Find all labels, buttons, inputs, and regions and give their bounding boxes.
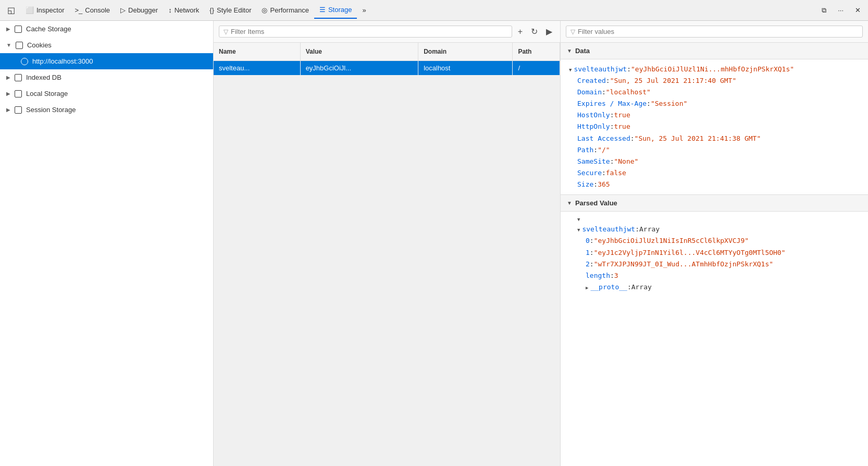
cell-name: svelteau... (214, 60, 300, 75)
field-samesite: SameSite : "None" (577, 156, 860, 167)
network-label: Network (175, 6, 200, 14)
play-button[interactable]: ▶ (543, 25, 555, 38)
play-icon: ▶ (546, 27, 552, 36)
storage-box-icon (15, 26, 22, 33)
cell-value: eyJhbGciOiJl... (300, 60, 418, 75)
globe-icon (21, 58, 28, 65)
chevron-right-icon: ▶ (6, 75, 10, 80)
console-button[interactable]: >_ Console (69, 2, 115, 19)
col-header-value: Value (300, 43, 418, 60)
cookie-table-container: Name Value Domain Path svelteau... eyJhb… (214, 43, 560, 76)
overflow-button[interactable]: » (357, 2, 371, 19)
middle-panel: ▽ + ↻ ▶ Name Value Domain P (214, 21, 561, 466)
parsed-section-header[interactable]: ▼ Parsed Value (561, 195, 868, 212)
parsed-section: ▼ Parsed Value ▼ ▼ svelteauthjwt : Array (561, 194, 868, 297)
parsed-root-arrow: ▼ (569, 216, 860, 224)
sidebar-item-local-storage[interactable]: ▶ Local Storage (0, 85, 213, 102)
sidebar: ▶ Cache Storage ▼ Cookies http://localho… (0, 21, 214, 466)
cookie-key-label: svelteauthjwt (574, 64, 627, 75)
parsed-items: 0 : "eyJhbGciOiJlUzl1NiIsInR5cCl6lkpXVCJ… (569, 235, 860, 292)
field-last-accessed: Last Accessed : "Sun, 25 Jul 2021 21:41:… (577, 133, 860, 144)
filter-items-container: ▽ (219, 26, 512, 38)
cookie-value-label: "eyJhbGciOiJlUzl1Ni...mhHbfOzjnPSkrXQ1s" (631, 64, 794, 75)
field-secure: Secure : false (577, 167, 860, 179)
field-size: Size : 365 (577, 179, 860, 190)
close-icon: ✕ (855, 6, 861, 14)
cursor-tool-button[interactable]: ◱ (2, 2, 20, 19)
proto-type: Array (631, 281, 652, 293)
main-container: ▶ Cache Storage ▼ Cookies http://localho… (0, 21, 868, 466)
sidebar-item-cache-storage[interactable]: ▶ Cache Storage (0, 21, 213, 37)
chevron-right-icon: ▶ (6, 26, 10, 32)
parsed-item-1: 1 : "eyJ1c2Vyljp7InN1Yil6l...V4cCl6MTYyO… (586, 247, 860, 259)
middle-filter-bar: ▽ + ↻ ▶ (214, 21, 560, 43)
overflow-icon: » (362, 6, 366, 14)
cookie-table: Name Value Domain Path svelteau... eyJhb… (214, 43, 560, 76)
field-httponly: HttpOnly : true (577, 121, 860, 132)
parsed-tree: ▼ ▼ svelteauthjwt : Array 0 : "eyJhbGciO… (561, 212, 868, 297)
debugger-button[interactable]: ▷ Debugger (115, 2, 163, 19)
performance-icon: ◎ (262, 6, 267, 14)
parsed-section-label: Parsed Value (575, 199, 617, 207)
field-domain: Domain : "localhost" (577, 87, 860, 98)
toolbar: ◱ ⬜ Inspector >_ Console ▷ Debugger ↕ Ne… (0, 0, 868, 21)
indexed-db-icon (15, 74, 22, 81)
more-button[interactable]: ··· (833, 2, 849, 19)
add-cookie-button[interactable]: + (515, 26, 525, 38)
sidebar-item-indexed-db[interactable]: ▶ Indexed DB (0, 69, 213, 85)
sidebar-item-session-storage[interactable]: ▶ Session Storage (0, 102, 213, 118)
sidebar-item-label: Session Storage (26, 106, 76, 114)
parsed-proto[interactable]: ▶ __proto__ : Array (586, 281, 860, 293)
data-section-label: Data (575, 47, 590, 55)
sidebar-item-label: Indexed DB (26, 73, 61, 81)
cursor-icon: ◱ (7, 5, 15, 15)
inspector-button[interactable]: ⬜ Inspector (20, 2, 69, 19)
field-hostonly: HostOnly : true (577, 109, 860, 121)
parsed-key-row: ▼ svelteauthjwt : Array (569, 224, 860, 235)
parsed-type: Array (639, 224, 660, 235)
performance-button[interactable]: ◎ Performance (256, 2, 314, 19)
parsed-item-0: 0 : "eyJhbGciOiJlUzl1NiIsInR5cCl6lkpXVCJ… (586, 235, 860, 247)
style-editor-button[interactable]: {} Style Editor (204, 2, 256, 19)
field-created: Created : "Sun, 25 Jul 2021 21:17:40 GMT… (577, 75, 860, 87)
filter-values-container: ▽ (566, 26, 863, 38)
parsed-key: svelteauthjwt (582, 224, 635, 235)
debugger-icon: ▷ (120, 6, 126, 14)
data-fields: Created : "Sun, 25 Jul 2021 21:17:40 GMT… (569, 75, 860, 190)
network-button[interactable]: ↕ Network (163, 2, 204, 19)
sidebar-item-cookies[interactable]: ▼ Cookies (0, 37, 213, 53)
col-header-name: Name (214, 43, 300, 60)
storage-button[interactable]: ☰ Storage (314, 2, 357, 19)
filter-items-input[interactable] (231, 28, 507, 35)
more-icon: ··· (838, 6, 844, 14)
data-tree: ▼ svelteauthjwt : "eyJhbGciOiJlUzl1Ni...… (561, 59, 868, 194)
sidebar-item-label: Cookies (27, 41, 52, 49)
storage-label: Storage (328, 6, 352, 14)
sidebar-item-label: Local Storage (26, 90, 68, 97)
refresh-icon: ↻ (531, 27, 538, 36)
proto-key: __proto__ (590, 281, 627, 293)
col-header-path: Path (513, 43, 560, 60)
data-section-header[interactable]: ▼ Data (561, 43, 868, 59)
chevron-right-icon: ▶ (6, 91, 10, 96)
cell-path: / (513, 60, 560, 75)
filter-values-input[interactable] (578, 28, 858, 35)
field-expires: Expires / Max-Age : "Session" (577, 98, 860, 109)
local-storage-icon (15, 90, 22, 97)
sidebar-item-cookies-localhost[interactable]: http://localhost:3000 (0, 53, 213, 69)
console-label: Console (85, 6, 110, 14)
table-row[interactable]: svelteau... eyJhbGciOiJl... localhost / (214, 60, 560, 75)
refresh-button[interactable]: ↻ (528, 25, 540, 38)
network-icon: ↕ (168, 6, 172, 14)
chevron-down-icon: ▼ (6, 42, 11, 48)
cell-domain: localhost (418, 60, 513, 75)
window-button[interactable]: ⧉ (816, 2, 832, 19)
window-icon: ⧉ (822, 6, 826, 15)
close-button[interactable]: ✕ (850, 2, 866, 19)
storage-icon: ☰ (319, 6, 326, 14)
inspector-icon: ⬜ (26, 6, 34, 14)
console-icon: >_ (75, 6, 82, 14)
filter-icon: ▽ (224, 28, 228, 35)
parsed-item-2: 2 : "wTr7XJPJN99JT_0I_Wud...ATmhHbfOzjnP… (586, 259, 860, 270)
col-header-domain: Domain (418, 43, 513, 60)
